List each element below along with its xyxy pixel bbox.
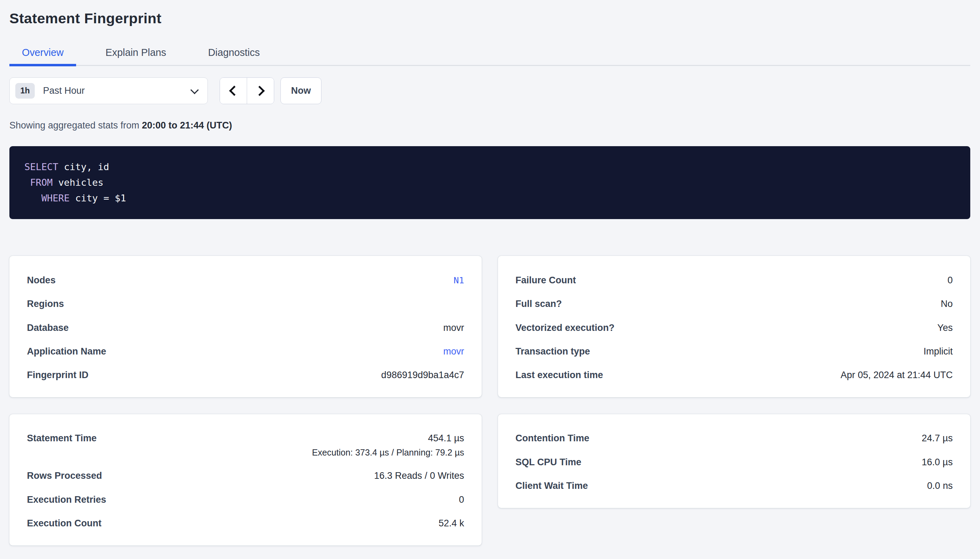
row-value: 0 [459, 495, 464, 505]
row-value: Implicit [924, 346, 953, 357]
sql-statement-box: SELECT city, id FROM vehicles WHERE city… [9, 146, 970, 220]
now-button[interactable]: Now [280, 78, 322, 104]
row-value-wrap: movr [443, 321, 464, 336]
tab-explain-plans[interactable]: Explain Plans [93, 46, 179, 66]
row-label: Application Name [27, 344, 106, 359]
row-value-wrap: Apr 05, 2024 at 21:44 UTC [841, 368, 953, 383]
row-value: movr [443, 322, 464, 333]
row-label: Transaction type [516, 344, 590, 359]
table-row: Last execution timeApr 05, 2024 at 21:44… [516, 368, 953, 383]
table-row: Full scan?No [516, 296, 953, 311]
row-sub-value: Execution: 373.4 µs / Planning: 79.2 µs [312, 446, 464, 460]
row-value-wrap: d986919d9ba1a4c7 [381, 368, 464, 383]
table-row: NodesN1 [27, 273, 464, 288]
row-value-wrap: Implicit [924, 344, 953, 359]
row-label: Nodes [27, 273, 56, 288]
row-label: Rows Processed [27, 468, 102, 483]
row-label: Vectorized execution? [516, 321, 614, 336]
sql-text: city = $1 [70, 193, 126, 203]
details-card-right: Failure Count0Full scan?NoVectorized exe… [498, 256, 970, 397]
row-label: Contention Time [516, 431, 589, 446]
statement-fingerprint-page: Statement Fingerprint Overview Explain P… [0, 0, 980, 559]
sql-keyword: FROM [30, 177, 53, 188]
row-value: Yes [937, 322, 953, 333]
next-range-button[interactable] [247, 78, 274, 104]
row-label: Execution Count [27, 516, 101, 531]
tab-bar: Overview Explain Plans Diagnostics [9, 46, 970, 66]
row-label: Last execution time [516, 368, 603, 383]
table-row: Statement Time454.1 µsExecution: 373.4 µ… [27, 431, 464, 460]
row-value-wrap: 24.7 µs [922, 431, 953, 446]
tab-overview[interactable]: Overview [9, 46, 76, 66]
table-row: Contention Time24.7 µs [516, 431, 953, 446]
chevron-down-icon [191, 85, 199, 94]
table-row: Databasemovr [27, 321, 464, 336]
aggregated-stats-caption: Showing aggregated stats from 20:00 to 2… [9, 119, 970, 132]
row-value: 0.0 ns [927, 481, 953, 491]
row-value-wrap: No [941, 296, 953, 311]
row-label: Database [27, 321, 68, 336]
sql-line: WHERE city = $1 [24, 190, 955, 206]
sql-text [24, 177, 30, 188]
row-value: 52.4 k [439, 518, 464, 528]
sql-text: city, id [58, 162, 109, 172]
caption-prefix: Showing aggregated stats from [9, 120, 142, 131]
details-card-left: NodesN1RegionsDatabasemovrApplication Na… [9, 256, 482, 397]
sql-line: SELECT city, id [24, 159, 955, 175]
sql-line: FROM vehicles [24, 175, 955, 190]
time-range-select[interactable]: 1h Past Hour [9, 78, 208, 104]
row-value-link[interactable]: N1 [454, 275, 464, 285]
row-label: Fingerprint ID [27, 368, 88, 383]
row-value-wrap: Yes [937, 321, 953, 336]
table-row: Execution Count52.4 k [27, 516, 464, 531]
table-row: SQL CPU Time16.0 µs [516, 455, 953, 470]
row-value: 16.0 µs [922, 457, 953, 467]
table-row: Failure Count0 [516, 273, 953, 288]
stats-card-left: Statement Time454.1 µsExecution: 373.4 µ… [9, 414, 482, 546]
row-value-wrap: 0 [947, 273, 953, 288]
row-value: 454.1 µs [428, 433, 464, 443]
row-value-wrap: 454.1 µsExecution: 373.4 µs / Planning: … [312, 431, 464, 460]
row-label: Regions [27, 296, 64, 311]
sql-keyword: SELECT [24, 162, 58, 172]
row-value: No [941, 299, 953, 309]
row-label: Failure Count [516, 273, 576, 288]
row-value: 24.7 µs [922, 433, 953, 443]
cards-grid: NodesN1RegionsDatabasemovrApplication Na… [9, 256, 970, 545]
row-value-wrap: movr [443, 344, 464, 359]
row-value: 0 [947, 275, 953, 285]
table-row: Application Namemovr [27, 344, 464, 359]
time-range-badge: 1h [15, 83, 35, 99]
row-value: d986919d9ba1a4c7 [381, 370, 464, 380]
row-value-wrap: 16.0 µs [922, 455, 953, 470]
table-row: Transaction typeImplicit [516, 344, 953, 359]
table-row: Vectorized execution?Yes [516, 321, 953, 336]
sql-text: vehicles [53, 177, 103, 188]
table-row: Regions [27, 296, 464, 311]
table-row: Execution Retries0 [27, 492, 464, 507]
row-label: Statement Time [27, 431, 96, 446]
row-value-wrap: 52.4 k [439, 516, 464, 531]
row-label: Execution Retries [27, 492, 106, 507]
stats-card-right: Contention Time24.7 µsSQL CPU Time16.0 µ… [498, 414, 970, 508]
chevron-right-icon [254, 85, 265, 96]
row-value-wrap: 0.0 ns [927, 478, 953, 493]
row-value-wrap: N1 [454, 273, 464, 288]
table-row: Fingerprint IDd986919d9ba1a4c7 [27, 368, 464, 383]
row-label: SQL CPU Time [516, 455, 581, 470]
previous-range-button[interactable] [220, 78, 247, 104]
tab-diagnostics[interactable]: Diagnostics [196, 46, 272, 66]
table-row: Rows Processed16.3 Reads / 0 Writes [27, 468, 464, 483]
row-value-wrap: 0 [459, 492, 464, 507]
sql-text [24, 193, 41, 203]
row-label: Client Wait Time [516, 478, 588, 493]
caption-range: 20:00 to 21:44 (UTC) [142, 120, 232, 131]
chevron-left-icon [229, 85, 239, 96]
row-value: Apr 05, 2024 at 21:44 UTC [841, 370, 953, 380]
row-value: 16.3 Reads / 0 Writes [374, 470, 464, 481]
row-value-wrap: 16.3 Reads / 0 Writes [374, 468, 464, 483]
table-row: Client Wait Time0.0 ns [516, 478, 953, 493]
time-range-label: Past Hour [43, 85, 85, 96]
time-nav-button-group [220, 78, 274, 104]
row-value-link[interactable]: movr [443, 346, 464, 357]
